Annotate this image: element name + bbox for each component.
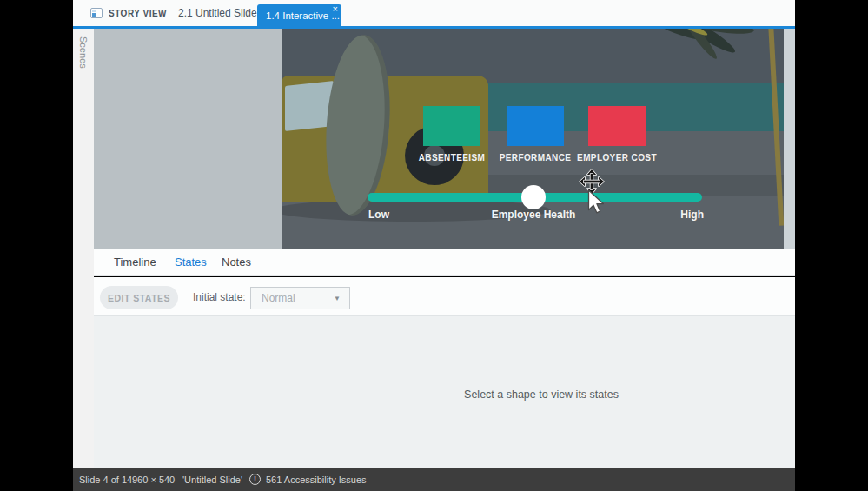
status-slide-position: Slide 4 of 14: [79, 474, 132, 485]
shape-performance[interactable]: [507, 106, 564, 146]
initial-state-label: Initial state:: [193, 291, 246, 303]
tab-story-view[interactable]: STORY VIEW: [90, 0, 167, 26]
tab-notes[interactable]: Notes: [222, 249, 251, 275]
mouse-cursor-icon: [587, 189, 605, 216]
top-tab-bar: STORY VIEW 2.1 Untitled Slide 1.4 Intera…: [73, 0, 795, 26]
canvas-right-gutter: [784, 29, 795, 249]
scenes-panel-label: Scenes: [78, 36, 89, 69]
tab-interactive-active[interactable]: 1.4 Interactive ... ×: [257, 4, 341, 26]
story-view-label: STORY VIEW: [109, 9, 167, 18]
shape-label-employer-cost: EMPLOYER COST: [560, 153, 673, 163]
accessibility-warning-icon[interactable]: !: [249, 474, 261, 485]
shape-employer-cost[interactable]: [588, 106, 646, 146]
status-bar: Slide 4 of 14 960 × 540 'Untitled Slide'…: [73, 468, 795, 491]
slider-thumb[interactable]: [521, 185, 546, 209]
slide-stage[interactable]: ABSENTEEISM PERFORMANCE EMPLOYER COST Lo…: [282, 29, 784, 249]
bottom-panel-tabbar: Timeline States Notes: [94, 249, 795, 276]
tab-timeline[interactable]: Timeline: [114, 249, 156, 275]
edit-states-button[interactable]: EDIT STATES: [100, 286, 178, 309]
slide-canvas: ABSENTEEISM PERFORMANCE EMPLOYER COST Lo…: [94, 29, 795, 249]
story-view-icon: [90, 8, 103, 18]
initial-state-value: Normal: [262, 292, 295, 304]
app-window: STORY VIEW 2.1 Untitled Slide 1.4 Intera…: [0, 0, 868, 491]
active-tab-label: 1.4 Interactive ...: [266, 10, 340, 21]
states-panel-content: Select a shape to view its states: [94, 316, 795, 468]
status-accessibility-issues[interactable]: 561 Accessibility Issues: [266, 474, 367, 485]
close-icon[interactable]: ×: [333, 4, 338, 14]
shape-absenteeism[interactable]: [423, 106, 480, 146]
tab-states[interactable]: States: [175, 249, 207, 275]
slider-max-label: High: [659, 209, 704, 221]
status-slide-name: 'Untitled Slide': [182, 474, 242, 485]
status-slide-dimensions: 960 × 540: [132, 474, 175, 485]
states-empty-message: Select a shape to view its states: [464, 388, 619, 401]
states-toolbar: EDIT STATES Initial state: Normal ▼: [94, 277, 795, 316]
chevron-down-icon: ▼: [334, 295, 341, 302]
scenes-panel[interactable]: Scenes: [73, 29, 94, 468]
initial-state-dropdown[interactable]: Normal ▼: [250, 287, 350, 309]
slider-min-label: Low: [368, 209, 389, 221]
tab-untitled-slide[interactable]: 2.1 Untitled Slide: [178, 0, 257, 26]
